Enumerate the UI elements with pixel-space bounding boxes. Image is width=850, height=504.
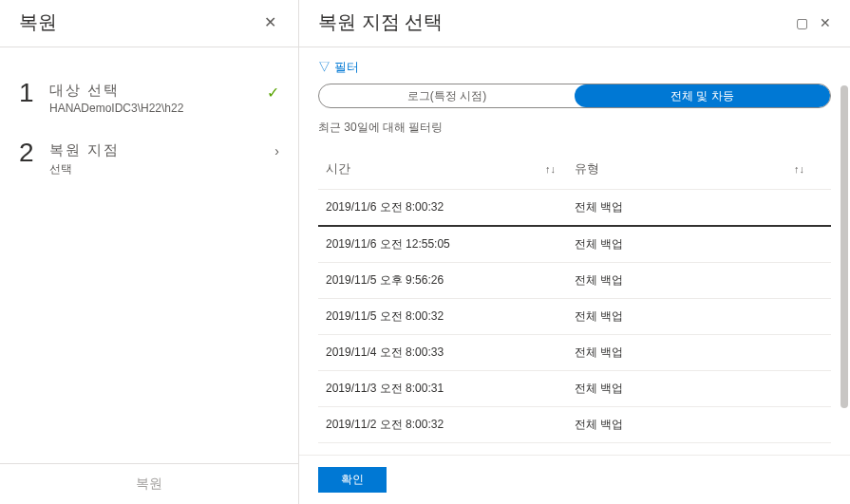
table-area: 시간 ↑↓ 유형 ↑↓ 2019/11/6 오전 8:00:32전체 백업201… (299, 149, 850, 455)
left-title: 복원 (19, 9, 57, 35)
step-number: 2 (19, 138, 49, 168)
pill-option-log[interactable]: 로그(특정 시점) (319, 84, 575, 107)
sort-icon: ↑↓ (794, 163, 804, 175)
scrollbar[interactable] (841, 85, 848, 422)
step-1[interactable]: 1 대상 선택 HANADemoIDC3\H22\h22 ✓ (0, 66, 298, 126)
left-panel: 복원 ✕ 1 대상 선택 HANADemoIDC3\H22\h22 ✓ 2 복원… (0, 0, 299, 504)
steps-list: 1 대상 선택 HANADemoIDC3\H22\h22 ✓ 2 복원 지점 선… (0, 47, 298, 463)
table-row[interactable]: 2019/11/3 오전 8:00:31전체 백업 (318, 371, 831, 407)
cell-type: 전체 백업 (575, 381, 823, 397)
table-row[interactable]: 2019/11/6 오전 12:55:05전체 백업 (318, 227, 831, 263)
table-row[interactable]: 2019/11/6 오전 8:00:32전체 백업 (318, 190, 831, 227)
cell-type: 전체 백업 (575, 236, 823, 252)
cell-type: 전체 백업 (575, 272, 823, 289)
header-icons: ▢ ✕ (796, 15, 831, 30)
cell-time: 2019/11/6 오전 8:00:32 (326, 199, 575, 215)
cell-type: 전체 백업 (575, 345, 823, 361)
cell-time: 2019/11/5 오전 8:00:32 (326, 308, 575, 325)
right-panel: 복원 지점 선택 ▢ ✕ ▽ 필터 로그(특정 시점) 전체 및 차등 최근 3… (299, 0, 850, 504)
right-header: 복원 지점 선택 ▢ ✕ (299, 0, 850, 47)
cell-type: 전체 백업 (575, 417, 823, 433)
scrollbar-thumb[interactable] (841, 85, 848, 408)
cell-time: 2019/11/3 오전 8:00:31 (326, 381, 575, 397)
step-title: 복원 지점 (49, 141, 274, 159)
cell-type: 전체 백업 (575, 308, 823, 325)
confirm-button[interactable]: 확인 (318, 467, 387, 493)
column-type[interactable]: 유형 ↑↓ (575, 160, 823, 177)
cell-type: 전체 백업 (575, 199, 823, 215)
close-icon[interactable]: ✕ (260, 13, 279, 32)
maximize-icon[interactable]: ▢ (796, 15, 808, 30)
left-footer-button[interactable]: 복원 (0, 463, 298, 504)
step-subtitle: 선택 (49, 161, 274, 177)
step-title: 대상 선택 (49, 82, 267, 100)
chevron-right-icon: › (274, 138, 279, 159)
left-header: 복원 ✕ (0, 0, 298, 47)
table-row[interactable]: 2019/11/5 오전 8:00:32전체 백업 (318, 299, 831, 335)
table-row[interactable]: 2019/11/5 오후 9:56:26전체 백업 (318, 263, 831, 299)
cell-time: 2019/11/2 오전 8:00:32 (326, 417, 575, 433)
right-footer: 확인 (299, 455, 850, 504)
pill-toggle-row: 로그(특정 시점) 전체 및 차등 (299, 84, 850, 120)
pill-toggle: 로그(특정 시점) 전체 및 차등 (318, 84, 831, 108)
pill-option-full[interactable]: 전체 및 차등 (575, 84, 830, 107)
column-time-label: 시간 (326, 160, 350, 177)
filter-link[interactable]: ▽ 필터 (299, 47, 850, 84)
check-icon: ✓ (267, 78, 279, 102)
step-2[interactable]: 2 복원 지점 선택 › (0, 126, 298, 189)
table-row[interactable]: 2019/11/4 오전 8:00:33전체 백업 (318, 335, 831, 371)
close-icon[interactable]: ✕ (820, 15, 831, 30)
step-body: 복원 지점 선택 (49, 138, 274, 177)
cell-time: 2019/11/4 오전 8:00:33 (326, 345, 575, 361)
cell-time: 2019/11/5 오후 9:56:26 (326, 272, 575, 289)
right-title: 복원 지점 선택 (318, 9, 443, 35)
table-header: 시간 ↑↓ 유형 ↑↓ (318, 149, 831, 190)
column-time[interactable]: 시간 ↑↓ (326, 160, 575, 177)
table-row[interactable]: 2019/11/2 오전 8:00:32전체 백업 (318, 407, 831, 443)
step-body: 대상 선택 HANADemoIDC3\H22\h22 (49, 78, 267, 115)
step-number: 1 (19, 78, 49, 108)
table-row[interactable]: 2019/11/1 오후 2:21:52전체 백업 (318, 443, 831, 455)
step-subtitle: HANADemoIDC3\H22\h22 (49, 102, 267, 115)
filter-note: 최근 30일에 대해 필터링 (299, 120, 850, 149)
cell-time: 2019/11/6 오전 12:55:05 (326, 236, 575, 252)
sort-icon: ↑↓ (545, 163, 556, 175)
column-type-label: 유형 (575, 160, 599, 177)
